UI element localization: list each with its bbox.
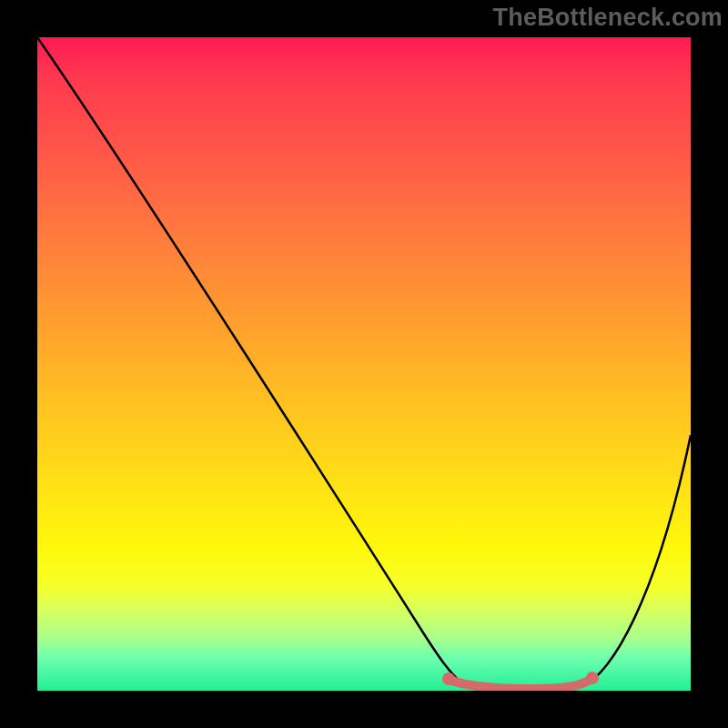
chart-frame: TheBottleneck.com — [0, 0, 728, 728]
bottleneck-curve — [37, 37, 691, 688]
highlight-node-left — [442, 672, 455, 685]
highlight-node-right — [586, 672, 599, 684]
plot-area — [37, 37, 691, 691]
watermark-text: TheBottleneck.com — [493, 4, 723, 32]
curve-layer — [37, 37, 691, 691]
highlight-segment — [449, 678, 592, 689]
